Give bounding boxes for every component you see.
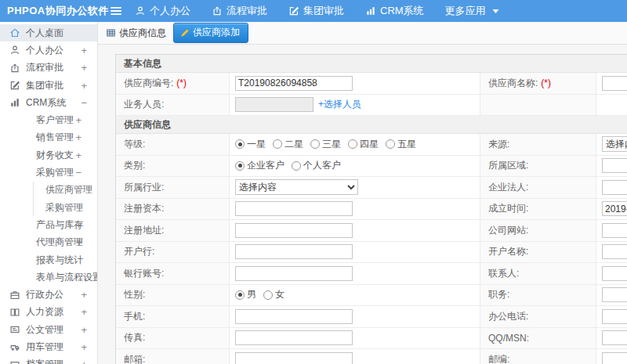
nav-item[interactable]: CRM系统 (365, 4, 424, 18)
expand-icon[interactable]: + (81, 62, 87, 74)
expand-icon[interactable]: + (81, 341, 87, 353)
form-field (596, 328, 627, 349)
text-input[interactable] (235, 76, 353, 91)
expand-icon[interactable]: + (81, 359, 87, 364)
sidebar-item[interactable]: 档案管理+ (0, 356, 97, 364)
sidebar-item[interactable]: 采购管理 (0, 199, 97, 216)
sidebar-item[interactable]: 代理商管理+ (0, 234, 97, 251)
sidebar-item-label: 公文管理 (26, 323, 63, 337)
nav-item[interactable]: 更多应用 (445, 4, 499, 18)
radio-icon[interactable] (310, 139, 320, 149)
text-input[interactable] (602, 180, 627, 195)
select-person-link[interactable]: +选择人员 (318, 98, 361, 111)
radio-selected-icon[interactable] (235, 139, 245, 149)
person-picker-input[interactable] (235, 97, 314, 112)
radio-label: 四星 (360, 138, 379, 151)
expand-icon[interactable]: + (75, 150, 82, 161)
sidebar-item[interactable]: CRM系统− (0, 94, 97, 111)
radio-icon[interactable] (263, 290, 273, 300)
text-input[interactable] (602, 330, 627, 345)
form-label: 邮编: (480, 349, 596, 364)
sidebar-item[interactable]: 客户管理+ (0, 111, 97, 128)
sidebar-item[interactable]: 行政办公+ (0, 286, 97, 303)
expand-icon[interactable]: + (75, 236, 82, 248)
sidebar-item[interactable]: 人力资源+ (0, 304, 97, 321)
nav-item[interactable]: 个人办公 (135, 4, 190, 18)
expand-icon[interactable]: + (81, 289, 87, 301)
edit-icon (9, 80, 20, 91)
radio-label: 男 (247, 288, 256, 301)
sidebar-item[interactable]: 产品与库存+ (0, 216, 97, 233)
sidebar-item[interactable]: 用车管理+ (0, 338, 97, 355)
sidebar-item-label: 采购管理 (45, 201, 83, 214)
form-field: 企业客户个人客户 (230, 156, 480, 177)
text-input[interactable] (235, 244, 353, 259)
expand-icon[interactable]: + (81, 306, 87, 318)
text-input[interactable] (235, 330, 353, 345)
radio-option[interactable]: 五星 (386, 138, 416, 151)
radio-option[interactable]: 企业客户 (235, 159, 285, 172)
radio-option[interactable]: 二星 (273, 138, 303, 151)
form-label-text: 传真: (124, 331, 145, 344)
radio-icon[interactable] (348, 139, 357, 149)
radio-icon[interactable] (386, 139, 395, 149)
sidebar-item[interactable]: 流程审批+ (0, 59, 97, 77)
expand-icon[interactable]: + (75, 114, 82, 126)
tab-supplier-info[interactable]: 供应商信息 (106, 27, 166, 40)
sidebar-item[interactable]: 销售管理+ (0, 129, 97, 146)
nav-item[interactable]: 集团审批 (288, 4, 344, 18)
radio-option[interactable]: 四星 (348, 138, 379, 151)
text-input[interactable] (602, 287, 627, 302)
text-input[interactable] (602, 201, 627, 216)
radio-option[interactable]: 一星 (235, 138, 266, 151)
nav-item[interactable]: 流程审批 (212, 4, 267, 18)
sidebar-item[interactable]: 供应商管理 (0, 182, 97, 199)
hamburger-icon[interactable] (110, 5, 122, 16)
form-label: QQ/MSN: (480, 328, 596, 349)
sidebar-item[interactable]: 公文管理+ (0, 321, 97, 338)
form-row: 开户行:开户名称: (116, 242, 627, 264)
radio-option[interactable]: 女 (263, 288, 285, 301)
radio-option[interactable]: 男 (235, 288, 256, 301)
sidebar-item-label: 流程审批 (26, 61, 63, 74)
expand-icon[interactable]: + (75, 219, 82, 231)
radio-icon[interactable] (273, 139, 282, 149)
text-input[interactable] (235, 309, 353, 324)
text-input[interactable] (602, 76, 627, 91)
form-label-text: 开户行: (124, 245, 154, 258)
text-input[interactable] (602, 244, 627, 259)
sidebar-item[interactable]: 个人桌面 (0, 24, 97, 41)
form-field (596, 156, 627, 177)
text-input[interactable] (235, 352, 353, 364)
select-input[interactable]: 选择内容 (602, 136, 627, 152)
sidebar-item[interactable]: 报表与统计 (0, 251, 97, 268)
radio-option[interactable]: 个人客户 (292, 159, 341, 172)
expand-icon[interactable]: + (81, 80, 87, 92)
sidebar-item[interactable]: 财务收支+ (0, 146, 97, 164)
radio-option[interactable]: 三星 (310, 138, 341, 151)
text-input[interactable] (602, 266, 627, 281)
radio-selected-icon[interactable] (235, 290, 245, 300)
text-input[interactable] (235, 266, 353, 281)
text-input[interactable] (602, 223, 627, 238)
expand-icon[interactable]: + (81, 324, 87, 336)
text-input[interactable] (602, 158, 627, 173)
document-icon (9, 324, 20, 335)
radio-selected-icon[interactable] (235, 161, 245, 171)
tab-supplier-add[interactable]: 供应商添加 (173, 23, 248, 43)
sidebar-item[interactable]: 表单与流程设置+ (0, 268, 97, 286)
expand-icon[interactable]: + (81, 45, 87, 56)
collapse-icon[interactable]: − (75, 167, 82, 178)
sidebar-item[interactable]: 采购管理− (0, 164, 97, 181)
text-input[interactable] (602, 352, 627, 364)
sidebar-item[interactable]: 个人办公+ (0, 41, 97, 59)
text-input[interactable] (602, 309, 627, 324)
text-input[interactable] (235, 223, 353, 238)
collapse-icon[interactable]: − (81, 97, 87, 109)
text-input[interactable] (235, 201, 353, 216)
radio-icon[interactable] (292, 161, 301, 171)
form-label: 邮箱: (116, 349, 230, 364)
expand-icon[interactable]: + (75, 132, 82, 143)
select-input[interactable]: 选择内容 (235, 179, 358, 195)
sidebar-item[interactable]: 集团审批+ (0, 77, 97, 94)
